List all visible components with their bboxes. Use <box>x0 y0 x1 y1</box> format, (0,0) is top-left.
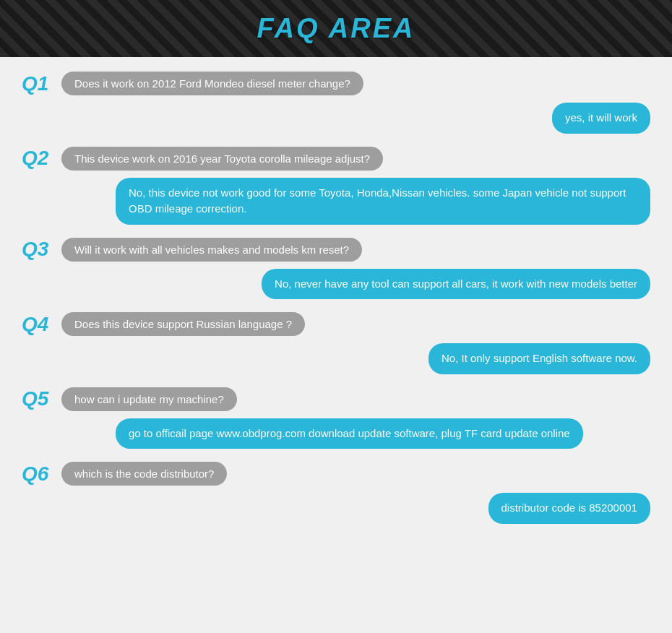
answer-row-4: No, It only support English software now… <box>22 343 650 374</box>
answer-bubble-6: distributor code is 85200001 <box>488 493 650 524</box>
qa-block-2: Q2This device work on 2016 year Toyota c… <box>22 147 650 225</box>
faq-content: Q1Does it work on 2012 Ford Mondeo diese… <box>0 57 672 551</box>
answer-row-1: yes, it will work <box>22 103 650 134</box>
question-row-2: Q2This device work on 2016 year Toyota c… <box>22 147 650 171</box>
question-row-5: Q5how can i update my machine? <box>22 387 650 411</box>
question-row-3: Q3Will it work with all vehicles makes a… <box>22 238 650 262</box>
question-label-4: Q4 <box>22 313 61 336</box>
question-row-4: Q4Does this device support Russian langu… <box>22 312 650 336</box>
question-label-6: Q6 <box>22 462 61 486</box>
answer-bubble-1: yes, it will work <box>552 103 650 134</box>
question-row-1: Q1Does it work on 2012 Ford Mondeo diese… <box>22 72 650 95</box>
question-label-3: Q3 <box>22 238 61 261</box>
question-bubble-1: Does it work on 2012 Ford Mondeo diesel … <box>61 72 363 95</box>
qa-block-4: Q4Does this device support Russian langu… <box>22 312 650 374</box>
qa-block-1: Q1Does it work on 2012 Ford Mondeo diese… <box>22 72 650 134</box>
header-banner: FAQ AREA <box>0 0 672 57</box>
answer-row-6: distributor code is 85200001 <box>22 493 650 524</box>
question-bubble-4: Does this device support Russian languag… <box>61 312 305 336</box>
answer-row-3: No, never have any tool can support all … <box>22 269 650 300</box>
question-bubble-3: Will it work with all vehicles makes and… <box>61 238 362 262</box>
answer-row-5: go to officail page www.obdprog.com down… <box>22 418 650 449</box>
qa-block-5: Q5how can i update my machine?go to offi… <box>22 387 650 449</box>
answer-bubble-2: No, this device not work good for some T… <box>116 178 650 225</box>
qa-block-6: Q6which is the code distributor?distribu… <box>22 462 650 524</box>
question-label-1: Q1 <box>22 72 61 95</box>
answer-bubble-3: No, never have any tool can support all … <box>262 269 650 300</box>
question-bubble-5: how can i update my machine? <box>61 387 237 411</box>
page-title: FAQ AREA <box>257 13 415 43</box>
question-bubble-2: This device work on 2016 year Toyota cor… <box>61 147 383 171</box>
page-wrapper: FAQ AREA Q1Does it work on 2012 Ford Mon… <box>0 0 672 551</box>
answer-bubble-4: No, It only support English software now… <box>428 343 650 374</box>
question-label-5: Q5 <box>22 387 61 410</box>
answer-row-2: No, this device not work good for some T… <box>22 178 650 225</box>
answer-bubble-5: go to officail page www.obdprog.com down… <box>116 418 583 449</box>
question-label-2: Q2 <box>22 147 61 170</box>
question-row-6: Q6which is the code distributor? <box>22 462 650 486</box>
qa-block-3: Q3Will it work with all vehicles makes a… <box>22 238 650 300</box>
question-bubble-6: which is the code distributor? <box>61 462 227 486</box>
